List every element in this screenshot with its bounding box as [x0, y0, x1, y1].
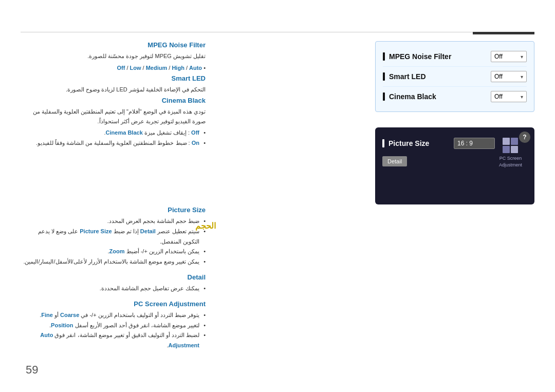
mpeg-row-label: MPEG Noise Filter [383, 52, 451, 61]
smart-led-dropdown-icon: ▾ [521, 74, 523, 80]
cinema-black-row-label: Cinema Black [383, 92, 436, 101]
picture-size-bullet-4: يمكن تغيير وضع موضع الشاشة بالاستخدام ال… [21, 257, 206, 267]
picture-size-title: Picture Size [21, 206, 206, 214]
picture-size-bullet-2: سيتم تعطيل عنصر Detail إذا تم ضبط Pictur… [21, 227, 206, 247]
bottom-ui-panel: ? Picture Size 16 : 9 ▾ Detail [375, 127, 534, 204]
smart-led-select[interactable]: Off ▾ [491, 71, 527, 82]
cinema-black-dropdown-icon: ▾ [521, 94, 523, 100]
mpeg-row: MPEG Noise Filter Off ▾ [383, 47, 527, 67]
question-mark-icon[interactable]: ? [519, 132, 530, 143]
mosaic-icon [503, 138, 518, 153]
right-accent [473, 32, 534, 34]
picture-size-select-value: 16 : 9 [457, 140, 473, 147]
smart-led-row-label: Smart LED [383, 72, 426, 81]
mpeg-title: MPEG Noise Filter [21, 41, 206, 49]
mosaic-cell-1 [503, 138, 510, 145]
pc-screen-bullets: يتوفر ضبط التردد أو التوليف باستخدام الز… [21, 310, 206, 351]
picture-size-bullet-3: يمكن باستخدام الزرين +/- أضبط Zoom. [21, 247, 206, 257]
cinema-black-select[interactable]: Off ▾ [491, 91, 527, 102]
cinema-black-bullet-2: On : ضبط خطوط المنطقتين العلوية والسفلية… [21, 138, 206, 148]
smart-led-select-value: Off [494, 73, 503, 80]
pc-screen-label-text: PC ScreenAdjustment [499, 155, 522, 168]
top-ui-panel: MPEG Noise Filter Off ▾ Smart LED Off ▾ … [375, 41, 534, 112]
detail-title: Detail [21, 273, 206, 281]
pc-screen-bullet-2: لتغيير موضع الشاشة، انقر فوق أحد الصور ا… [21, 321, 206, 331]
left-content: MPEG Noise Filter تقليل تشويش MPEG لتوفي… [21, 41, 206, 357]
detail-bullets: يمكنك عرض تفاصيل حجم الشاشة المحددة. [21, 284, 206, 294]
pc-screen-bullet-3: لضبط التردد أو التوليف الدقيق أو تغيير م… [21, 330, 206, 351]
cinema-black-bullet-1: Off : إيقاف تشغيل ميزة Cinema Black. [21, 128, 206, 138]
page-number: 59 [26, 363, 38, 377]
detail-bullet-1: يمكنك عرض تفاصيل حجم الشاشة المحددة. [21, 284, 206, 294]
picture-size-panel-label: Picture Size [382, 139, 429, 147]
cinema-black-bullets: Off : إيقاف تشغيل ميزة Cinema Black. On … [21, 128, 206, 148]
cinema-black-description: تودي هذه الميزة في الوضع "أفلام" إلى تعت… [21, 107, 206, 126]
bottom-panel-left: Picture Size 16 : 9 ▾ Detail [382, 134, 495, 166]
mpeg-options: • Off / Low / Medium / High / Auto [21, 63, 206, 73]
bottom-panel-inner: Picture Size 16 : 9 ▾ Detail PC Scre [382, 134, 527, 168]
picture-size-panel-row: Picture Size 16 : 9 ▾ [382, 134, 495, 153]
pc-screen-bullet-1: يتوفر ضبط التردد أو التوليف باستخدام الز… [21, 310, 206, 321]
mpeg-description: تقليل تشويش MPEG لتوفير جودة محسّنة للصو… [21, 51, 206, 61]
mosaic-cell-2 [511, 138, 518, 145]
mpeg-select[interactable]: Off ▾ [491, 51, 527, 62]
smart-led-title: Smart LED [21, 74, 206, 82]
smart-led-row: Smart LED Off ▾ [383, 67, 527, 87]
pc-screen-title: PC Screen Adjustment [21, 300, 206, 308]
picture-size-dropdown-icon: ▾ [489, 141, 491, 146]
pc-screen-visual: PC ScreenAdjustment [499, 138, 522, 168]
cinema-black-select-value: Off [494, 93, 503, 100]
mpeg-dropdown-icon: ▾ [521, 54, 523, 60]
right-panel: MPEG Noise Filter Off ▾ Smart LED Off ▾ … [375, 41, 534, 204]
mosaic-cell-4 [511, 146, 518, 153]
picture-size-select[interactable]: 16 : 9 ▾ [454, 138, 495, 149]
top-border [21, 32, 534, 32]
mosaic-cell-3 [503, 146, 510, 153]
detail-button[interactable]: Detail [382, 156, 407, 166]
smart-led-description: التحكم في الإضاءة الخلفية لمؤشر LED لزيا… [21, 85, 206, 95]
cinema-black-title: Cinema Black [21, 97, 206, 104]
cinema-black-row: Cinema Black Off ▾ [383, 87, 527, 106]
mpeg-select-value: Off [494, 53, 503, 60]
picture-size-bullets: ضبط حجم الشاشة بحجم العرض المحدد. سيتم ت… [21, 216, 206, 267]
picture-size-bullet-1: ضبط حجم الشاشة بحجم العرض المحدد. [21, 216, 206, 227]
